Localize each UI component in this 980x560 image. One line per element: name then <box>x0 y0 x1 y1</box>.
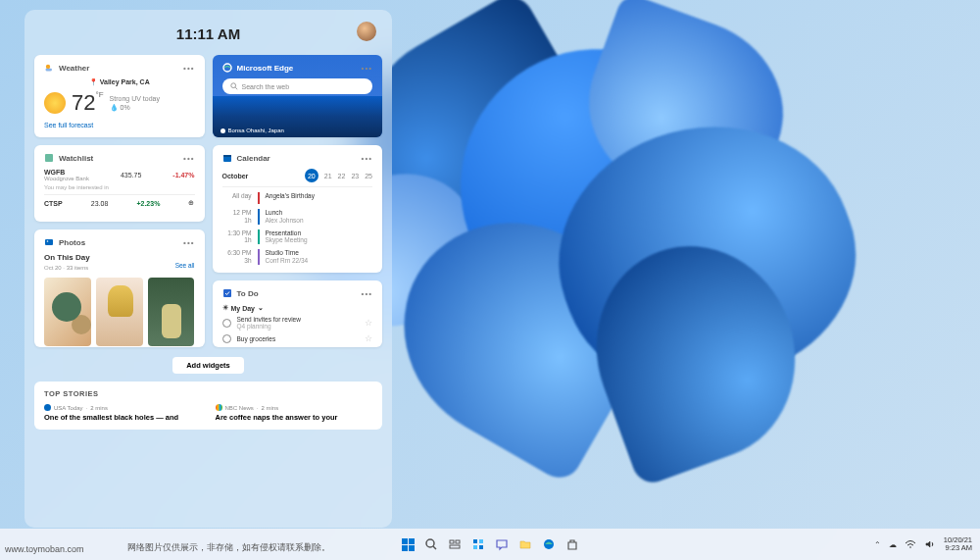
photo-thumb[interactable] <box>148 278 195 346</box>
svg-rect-17 <box>473 545 477 549</box>
more-icon[interactable]: ••• <box>183 154 194 163</box>
see-all-link[interactable]: See all <box>175 262 195 269</box>
wifi-icon[interactable] <box>905 539 916 549</box>
panel-header: 11:11 AM <box>34 20 382 47</box>
widgets-panel: 11:11 AM Weather ••• 📍 Valley Park, CA 7… <box>24 10 392 528</box>
chevron-down-icon: ⌄ <box>258 304 264 312</box>
photos-widget[interactable]: Photos ••• On This Day Oct 20 · 33 items… <box>34 229 205 347</box>
svg-point-20 <box>909 546 911 548</box>
more-icon[interactable]: ••• <box>183 64 194 73</box>
task-view-button[interactable] <box>446 535 464 553</box>
sun-icon <box>44 92 66 114</box>
taskbar-clock[interactable]: 10/20/219:23 AM <box>944 536 972 553</box>
photos-meta: Oct 20 · 33 items <box>44 265 88 271</box>
svg-point-0 <box>46 65 50 69</box>
panel-clock: 11:11 AM <box>176 25 240 42</box>
photos-subtitle: On This Day <box>44 253 195 262</box>
more-icon[interactable]: ••• <box>362 289 372 298</box>
story-item[interactable]: USA Today · 2 mins One of the smallest b… <box>44 404 202 422</box>
watchlist-icon <box>44 153 54 163</box>
edge-widget[interactable]: Microsoft Edge ••• Search the web Bonsa … <box>213 55 383 137</box>
watermark-url: www.toymoban.com <box>5 544 84 554</box>
photos-icon <box>44 237 54 247</box>
event-row[interactable]: All dayAngela's Birthday <box>222 192 373 204</box>
edge-caption: Bonsa Ohashi, Japan <box>220 127 284 133</box>
my-day-section[interactable]: ☀ My Day ⌄ <box>222 304 373 312</box>
star-icon[interactable]: ☆ <box>365 318 372 328</box>
stories-heading: TOP STORIES <box>44 389 372 398</box>
search-button[interactable] <box>422 535 440 553</box>
svg-line-3 <box>235 87 237 89</box>
more-icon[interactable]: ••• <box>362 64 372 73</box>
explorer-button[interactable] <box>516 535 534 553</box>
svg-point-2 <box>230 83 235 88</box>
svg-point-8 <box>47 240 49 242</box>
store-button[interactable] <box>564 535 581 553</box>
todo-icon <box>222 288 232 298</box>
chevron-up-icon[interactable]: ⌃ <box>874 540 881 549</box>
chat-button[interactable] <box>493 535 511 553</box>
svg-rect-9 <box>223 289 231 297</box>
weather-widget[interactable]: Weather ••• 📍 Valley Park, CA 72°F Stron… <box>34 55 205 137</box>
photo-thumb[interactable] <box>96 278 143 346</box>
photo-thumb[interactable] <box>44 278 91 346</box>
watermark-notice: 网络图片仅供展示，非存储，如有侵权请联系删除。 <box>127 541 330 554</box>
widgets-button[interactable] <box>469 535 487 553</box>
event-row[interactable]: 12 PM1hLunchAlex Johnson <box>222 209 373 225</box>
search-input[interactable]: Search the web <box>222 78 373 94</box>
todo-widget[interactable]: To Do ••• ☀ My Day ⌄ Send invites for re… <box>213 280 383 347</box>
edge-button[interactable] <box>540 535 558 553</box>
calendar-title: Calendar <box>237 154 270 163</box>
task-checkbox[interactable] <box>222 319 231 328</box>
event-row[interactable]: 6:30 PM3hStudio TimeConf Rm 22/34 <box>222 249 373 265</box>
photos-title: Photos <box>59 238 85 247</box>
add-widgets-button[interactable]: Add widgets <box>172 357 244 374</box>
photo-thumbnails[interactable] <box>44 278 195 346</box>
svg-rect-13 <box>456 540 460 543</box>
watchlist-title: Watchlist <box>59 154 93 163</box>
svg-rect-16 <box>479 539 483 543</box>
user-avatar[interactable] <box>357 22 376 41</box>
weather-title: Weather <box>59 64 89 73</box>
onedrive-icon[interactable]: ☁ <box>889 540 897 549</box>
volume-icon[interactable] <box>924 539 936 549</box>
star-icon[interactable]: ☆ <box>365 333 372 343</box>
task-item[interactable]: Buy groceries☆ <box>222 333 373 343</box>
more-icon[interactable]: ••• <box>183 238 194 247</box>
source-icon <box>44 404 51 411</box>
svg-rect-4 <box>45 154 53 162</box>
start-button[interactable] <box>399 535 416 553</box>
more-icon[interactable]: ••• <box>362 154 372 163</box>
taskbar-center <box>399 535 581 553</box>
edge-icon <box>222 63 232 73</box>
task-item[interactable]: Send invites for reviewQ4 planning☆ <box>222 316 373 330</box>
system-tray[interactable]: ⌃ ☁ 10/20/219:23 AM <box>874 536 972 553</box>
weather-temperature: 72°F <box>72 90 104 116</box>
forecast-link[interactable]: See full forecast <box>44 122 93 128</box>
event-row[interactable]: 1:30 PM1hPresentationSkype Meeting <box>222 229 373 245</box>
search-icon <box>230 82 238 90</box>
stock-row[interactable]: WGFBWoodgrove Bank 435.75 -1.47% <box>44 169 195 181</box>
watchlist-widget[interactable]: Watchlist ••• WGFBWoodgrove Bank 435.75 … <box>34 145 205 222</box>
top-stories-section: TOP STORIES USA Today · 2 mins One of th… <box>34 382 382 430</box>
calendar-widget[interactable]: Calendar ••• October 20 2122 2325 All da… <box>213 145 383 273</box>
svg-rect-6 <box>223 155 231 157</box>
weather-location: 📍 Valley Park, CA <box>44 78 195 86</box>
stock-row[interactable]: CTSP 23.08 +2.23% ⊕ <box>44 199 195 207</box>
interest-hint: You may be interested in <box>44 184 195 190</box>
calendar-dates[interactable]: October 20 2122 2325 <box>222 169 373 182</box>
add-icon[interactable]: ⊕ <box>188 199 194 207</box>
story-item[interactable]: NBC News · 2 mins Are coffee naps the an… <box>216 404 373 422</box>
svg-rect-18 <box>479 545 483 549</box>
svg-line-11 <box>433 546 436 549</box>
task-checkbox[interactable] <box>222 334 231 343</box>
svg-rect-14 <box>450 545 460 548</box>
svg-point-10 <box>426 539 434 547</box>
todo-title: To Do <box>237 289 259 298</box>
calendar-icon <box>222 153 232 163</box>
svg-rect-15 <box>473 539 477 543</box>
edge-title: Microsoft Edge <box>237 64 294 73</box>
weather-description: Strong UV today 💧 0% <box>110 94 160 112</box>
svg-rect-12 <box>450 540 454 543</box>
svg-rect-7 <box>45 239 53 245</box>
